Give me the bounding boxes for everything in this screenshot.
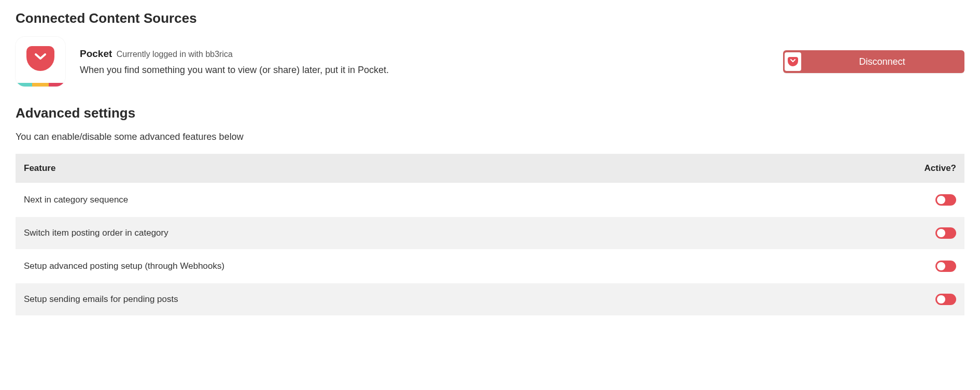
pocket-app-icon (16, 37, 65, 86)
feature-label: Setup sending emails for pending posts (16, 283, 902, 315)
feature-active-cell (902, 217, 964, 249)
disconnect-button-label: Disconnect (801, 56, 963, 67)
feature-toggle[interactable] (935, 227, 956, 239)
feature-active-cell (902, 250, 964, 282)
table-row: Switch item posting order in category (16, 217, 964, 249)
features-table: Feature Active? Next in category sequenc… (16, 153, 964, 316)
pocket-icon (785, 52, 801, 71)
source-name: Pocket (80, 48, 112, 59)
source-description: When you find something you want to view… (80, 65, 769, 76)
feature-toggle[interactable] (935, 261, 956, 272)
source-row-pocket: Pocket Currently logged in with bb3rica … (16, 37, 964, 86)
advanced-settings-title: Advanced settings (16, 105, 964, 121)
feature-active-cell (902, 184, 964, 216)
table-row: Setup sending emails for pending posts (16, 283, 964, 315)
feature-active-cell (902, 283, 964, 315)
col-header-feature: Feature (16, 154, 902, 183)
table-row: Setup advanced posting setup (through We… (16, 250, 964, 282)
table-row: Next in category sequence (16, 184, 964, 216)
feature-label: Setup advanced posting setup (through We… (16, 250, 902, 282)
advanced-settings-desc: You can enable/disable some advanced fea… (16, 132, 964, 142)
feature-label: Next in category sequence (16, 184, 902, 216)
disconnect-button[interactable]: Disconnect (783, 50, 964, 73)
feature-toggle[interactable] (935, 294, 956, 305)
source-text: Pocket Currently logged in with bb3rica … (80, 48, 769, 76)
col-header-active: Active? (902, 154, 964, 183)
source-login-status: Currently logged in with bb3rica (117, 50, 233, 59)
connected-sources-title: Connected Content Sources (16, 10, 964, 26)
feature-label: Switch item posting order in category (16, 217, 902, 249)
feature-toggle[interactable] (935, 194, 956, 206)
